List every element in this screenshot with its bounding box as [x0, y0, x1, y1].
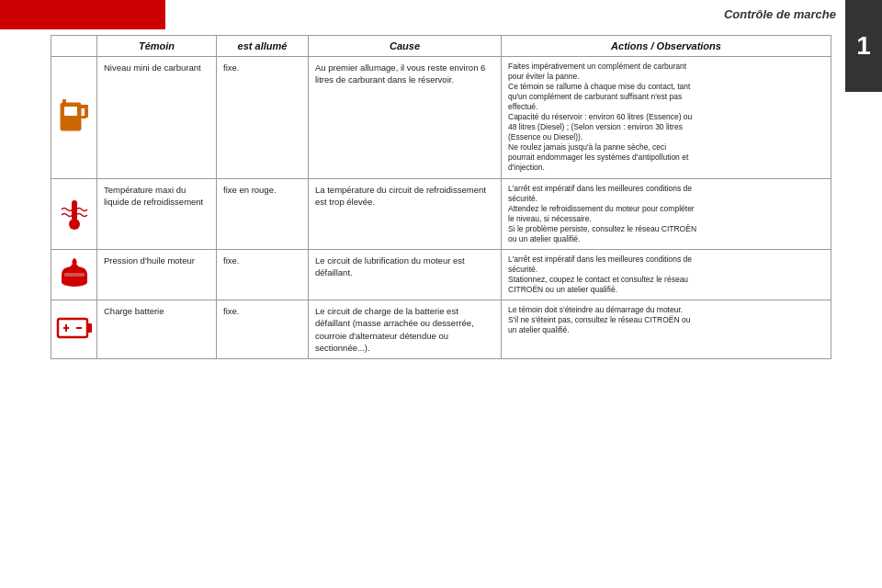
svg-rect-5 — [62, 99, 66, 105]
temoin-fuel: Niveau mini de carburant — [97, 57, 217, 179]
table-row: Niveau mini de carburant fixe. Au premie… — [51, 57, 831, 179]
page-title: Contrôle de marche — [724, 7, 836, 21]
red-accent — [0, 0, 165, 29]
main-table-container: Témoin est allumé Cause Actions / Observ… — [51, 35, 831, 560]
icon-cell-fuel — [51, 57, 97, 179]
temoin-battery: Charge batterie — [97, 300, 217, 358]
cause-fuel: Au premier allumage, il vous reste envir… — [309, 57, 502, 179]
cause-battery: Le circuit de charge de la batterie est … — [309, 300, 502, 358]
oil-icon — [56, 256, 93, 289]
svg-rect-4 — [81, 116, 86, 119]
col-header-allume: est allumé — [217, 36, 309, 57]
icon-cell-oil — [51, 249, 97, 300]
chapter-tab: 1 — [845, 0, 882, 92]
svg-rect-2 — [81, 105, 88, 108]
cause-oil: Le circuit de lubrification du moteur es… — [309, 249, 502, 300]
col-header-temoin: Témoin — [97, 36, 217, 57]
svg-rect-12 — [87, 323, 92, 333]
allume-fuel: fixe. — [217, 57, 309, 179]
col-header-actions: Actions / Observations — [502, 36, 831, 57]
fuel-icon — [57, 96, 92, 136]
allume-temp: fixe en rouge. — [217, 178, 309, 249]
icon-cell-battery — [51, 300, 97, 358]
temperature-icon — [56, 193, 93, 232]
table-row: Température maxi du liquide de refroidis… — [51, 178, 831, 249]
icon-cell-temp — [51, 178, 97, 249]
table-header-row: Témoin est allumé Cause Actions / Observ… — [51, 36, 831, 57]
table-row: Pression d'huile moteur fixe. Le circuit… — [51, 249, 831, 300]
temoin-oil: Pression d'huile moteur — [97, 249, 217, 300]
cause-temp: La température du circuit de refroidisse… — [309, 178, 502, 249]
temoin-temp: Température maxi du liquide de refroidis… — [97, 178, 217, 249]
svg-rect-11 — [58, 319, 87, 337]
table-row: Charge batterie fixe. Le circuit de char… — [51, 300, 831, 358]
actions-temp: L'arrêt est impératif dans les meilleure… — [502, 178, 831, 249]
data-table: Témoin est allumé Cause Actions / Observ… — [51, 35, 831, 359]
allume-oil: fixe. — [217, 249, 309, 300]
actions-oil: L'arrêt est impératif dans les meilleure… — [502, 249, 831, 300]
actions-fuel: Faites impérativement un complément de c… — [502, 57, 831, 179]
svg-rect-1 — [64, 107, 77, 116]
actions-battery: Le témoin doit s'éteindre au démarrage d… — [502, 300, 831, 358]
battery-icon — [56, 313, 93, 343]
col-header-icon — [51, 36, 97, 57]
allume-battery: fixe. — [217, 300, 309, 358]
svg-rect-10 — [64, 273, 85, 277]
col-header-cause: Cause — [309, 36, 502, 57]
